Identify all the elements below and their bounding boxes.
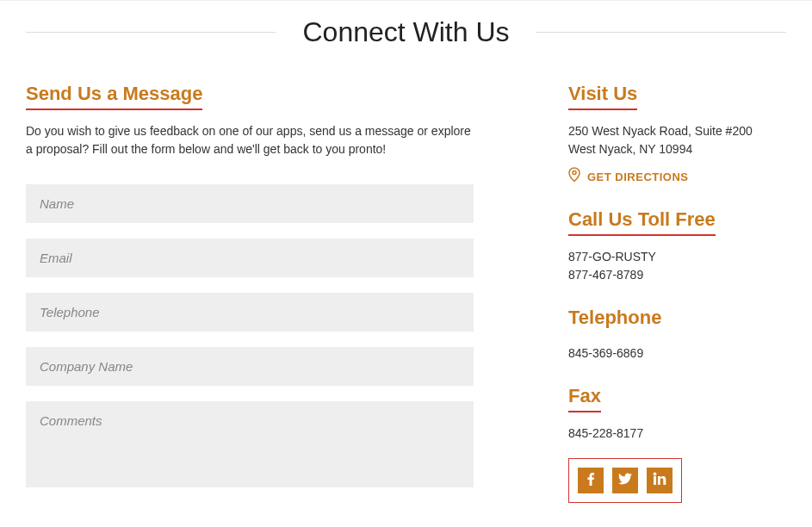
header-line-left xyxy=(26,32,276,33)
info-column: Visit Us 250 West Nyack Road, Suite #200… xyxy=(525,83,786,506)
twitter-link[interactable] xyxy=(612,468,638,493)
header-line-right xyxy=(536,32,786,33)
fax-number: 845-228-8177 xyxy=(568,425,786,443)
comments-input[interactable] xyxy=(26,401,474,487)
telephone-section: Telephone 845-369-6869 xyxy=(568,307,786,363)
social-links-box xyxy=(568,458,682,503)
svg-point-0 xyxy=(573,171,576,175)
send-message-heading: Send Us a Message xyxy=(26,83,202,110)
tollfree-line2: 877-467-8789 xyxy=(568,266,786,284)
tollfree-section: Call Us Toll Free 877-GO-RUSTY 877-467-8… xyxy=(568,208,786,284)
fax-heading: Fax xyxy=(568,385,601,412)
linkedin-icon xyxy=(653,472,666,489)
header-row: Connect With Us xyxy=(26,16,786,48)
facebook-link[interactable] xyxy=(578,468,604,493)
name-input[interactable] xyxy=(26,184,474,223)
telephone-number: 845-369-6869 xyxy=(568,344,786,363)
telephone-heading: Telephone xyxy=(568,307,661,332)
facebook-icon xyxy=(584,472,598,489)
message-column: Send Us a Message Do you wish to give us… xyxy=(26,83,525,506)
linkedin-link[interactable] xyxy=(647,468,673,493)
top-divider xyxy=(0,0,812,1)
twitter-icon xyxy=(618,472,632,489)
telephone-input[interactable] xyxy=(26,293,474,332)
visit-addr1: 250 West Nyack Road, Suite #200 xyxy=(568,122,786,140)
visit-heading: Visit Us xyxy=(568,83,637,110)
visit-addr2: West Nyack, NY 10994 xyxy=(568,140,786,158)
fax-section: Fax 845-228-8177 xyxy=(568,385,786,443)
visit-section: Visit Us 250 West Nyack Road, Suite #200… xyxy=(568,83,786,186)
tollfree-line1: 877-GO-RUSTY xyxy=(568,248,786,266)
company-input[interactable] xyxy=(26,347,474,386)
page-title: Connect With Us xyxy=(276,16,535,48)
send-message-intro: Do you wish to give us feedback on one o… xyxy=(26,122,474,158)
get-directions-label: GET DIRECTIONS xyxy=(587,170,689,183)
map-pin-icon xyxy=(568,167,580,186)
email-input[interactable] xyxy=(26,239,474,277)
content: Send Us a Message Do you wish to give us… xyxy=(0,83,812,506)
tollfree-heading: Call Us Toll Free xyxy=(568,208,716,236)
get-directions-link[interactable]: GET DIRECTIONS xyxy=(568,167,786,186)
